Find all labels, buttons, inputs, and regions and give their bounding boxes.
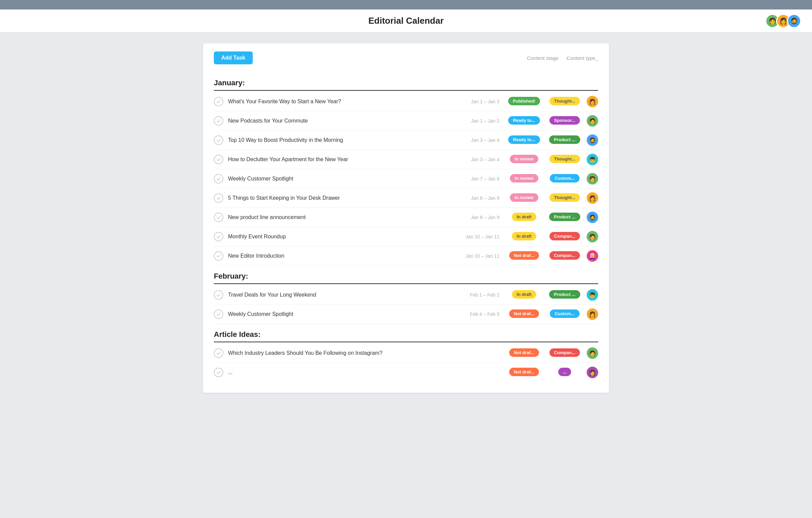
- content-stage-filter[interactable]: Content stage: [527, 55, 558, 61]
- task-type[interactable]: ...: [546, 368, 583, 377]
- type-badge: Custom...: [550, 174, 579, 182]
- task-status[interactable]: In review: [505, 193, 543, 203]
- task-title: Monthly Event Roundup: [228, 234, 455, 240]
- task-checkbox[interactable]: [214, 174, 223, 184]
- task-checkbox[interactable]: [214, 348, 223, 358]
- avatar[interactable]: 👩: [587, 308, 598, 320]
- table-row[interactable]: Travel Deals for Your Long WeekendFeb 1 …: [214, 285, 598, 305]
- table-row[interactable]: Which Industry Leaders Should You Be Fol…: [214, 344, 598, 363]
- task-dates: Jan 3 – Jan 4: [455, 137, 499, 143]
- type-badge: Compan...: [549, 232, 580, 240]
- task-status[interactable]: In draft: [505, 290, 543, 300]
- table-row[interactable]: Monthly Event RoundupJan 10 – Jan 11In d…: [214, 227, 598, 246]
- task-checkbox[interactable]: [214, 116, 223, 126]
- status-badge: Not draf...: [509, 348, 539, 357]
- type-badge: Product ...: [549, 135, 580, 144]
- task-title: Weekly Customer Spotlight: [228, 176, 455, 182]
- avatar[interactable]: 👦: [587, 154, 598, 165]
- top-bar: [0, 0, 812, 9]
- status-badge: In review: [510, 155, 538, 163]
- avatar[interactable]: 👩: [587, 192, 598, 204]
- avatar[interactable]: 👩: [587, 96, 598, 107]
- task-title: What's Your Favorite Way to Start a New …: [228, 99, 455, 105]
- task-type[interactable]: Product ...: [546, 290, 583, 300]
- table-row[interactable]: Weekly Customer SpotlightJan 7 – Jan 8In…: [214, 169, 598, 189]
- avatar-3[interactable]: 🧔: [787, 14, 801, 28]
- table-row[interactable]: ...Not draf......👩: [214, 363, 598, 382]
- task-checkbox[interactable]: [214, 290, 223, 300]
- section-header-february: February:: [214, 266, 598, 283]
- task-checkbox[interactable]: [214, 251, 223, 261]
- task-type[interactable]: Thought...: [546, 97, 583, 107]
- task-status[interactable]: In draft: [505, 213, 543, 222]
- table-row[interactable]: New Podcasts for Your CommuteJan 1 – Jan…: [214, 111, 598, 131]
- section-divider-article-ideas: [214, 342, 598, 342]
- task-checkbox[interactable]: [214, 368, 223, 377]
- section-header-january: January:: [214, 72, 598, 90]
- avatar[interactable]: 🧑: [587, 173, 598, 185]
- table-row[interactable]: 5 Things to Start Keeping in Your Desk D…: [214, 189, 598, 208]
- task-status[interactable]: Published!: [505, 97, 543, 107]
- task-type[interactable]: Custom...: [546, 174, 583, 184]
- task-type[interactable]: Compan...: [546, 232, 583, 242]
- avatar[interactable]: 🧔: [587, 212, 598, 223]
- task-type[interactable]: Sponsor...: [546, 116, 583, 126]
- section-divider-february: [214, 283, 598, 284]
- task-status[interactable]: In review: [505, 174, 543, 184]
- task-status[interactable]: Not draf...: [505, 348, 543, 358]
- task-dates: Jan 10 – Jan 11: [455, 234, 499, 239]
- table-row[interactable]: Weekly Customer SpotlightFeb 4 – Feb 5No…: [214, 305, 598, 324]
- task-status[interactable]: In review: [505, 155, 543, 165]
- task-checkbox[interactable]: [214, 309, 223, 319]
- main-content: Add Task Content stage Content type_ Jan…: [203, 43, 609, 393]
- avatar[interactable]: 👦: [587, 289, 598, 301]
- task-type[interactable]: Compan...: [546, 251, 583, 261]
- task-status[interactable]: Ready to...: [505, 116, 543, 126]
- status-badge: Not draf...: [509, 309, 539, 318]
- table-row[interactable]: New product line announcementJan 8 – Jan…: [214, 208, 598, 227]
- sections-container: January:What's Your Favorite Way to Star…: [214, 72, 598, 382]
- avatar[interactable]: 🧑: [587, 347, 598, 359]
- task-title: How to Declutter Your Apartment for the …: [228, 156, 455, 163]
- avatar[interactable]: 🧔: [587, 134, 598, 146]
- add-task-button[interactable]: Add Task: [214, 51, 253, 64]
- task-checkbox[interactable]: [214, 213, 223, 222]
- section-header-article-ideas: Article Ideas:: [214, 324, 598, 342]
- task-title: New Editor Introduction: [228, 253, 455, 259]
- task-status[interactable]: In draft: [505, 232, 543, 242]
- task-type[interactable]: Custom...: [546, 309, 583, 319]
- content-type-filter[interactable]: Content type_: [567, 55, 598, 61]
- task-checkbox[interactable]: [214, 232, 223, 241]
- toolbar-filters: Content stage Content type_: [527, 55, 598, 61]
- avatar[interactable]: 🧑: [587, 231, 598, 242]
- task-dates: Jan 8 – Jan 9: [455, 195, 499, 201]
- table-row[interactable]: What's Your Favorite Way to Start a New …: [214, 92, 598, 111]
- task-checkbox[interactable]: [214, 193, 223, 203]
- task-status[interactable]: Ready to...: [505, 135, 543, 145]
- status-badge: Published!: [508, 97, 540, 105]
- task-status[interactable]: Not draf...: [505, 368, 543, 377]
- task-type[interactable]: Compan...: [546, 348, 583, 358]
- table-row[interactable]: New Editor IntroductionJan 10 – Jan 11No…: [214, 246, 598, 266]
- task-title: ...: [228, 369, 455, 375]
- task-status[interactable]: Not draf...: [505, 251, 543, 261]
- task-dates: Feb 4 – Feb 5: [455, 311, 499, 317]
- avatar[interactable]: 👩: [587, 367, 598, 378]
- type-badge: Thought...: [549, 155, 580, 163]
- task-checkbox[interactable]: [214, 135, 223, 145]
- status-badge: In review: [510, 174, 538, 182]
- task-checkbox[interactable]: [214, 155, 223, 164]
- avatar[interactable]: 👩‍🦳: [587, 250, 598, 262]
- task-type[interactable]: Thought...: [546, 155, 583, 165]
- status-badge: Not draf...: [509, 251, 539, 260]
- table-row[interactable]: Top 10 Way to Boost Productivity in the …: [214, 131, 598, 150]
- task-checkbox[interactable]: [214, 97, 223, 106]
- status-badge: Not draf...: [509, 368, 539, 376]
- avatar[interactable]: 🧑: [587, 115, 598, 127]
- table-row[interactable]: How to Declutter Your Apartment for the …: [214, 150, 598, 169]
- task-type[interactable]: Product ...: [546, 213, 583, 222]
- task-type[interactable]: Product ...: [546, 135, 583, 145]
- task-dates: Jan 10 – Jan 11: [455, 253, 499, 259]
- task-status[interactable]: Not draf...: [505, 309, 543, 319]
- task-type[interactable]: Thought...: [546, 193, 583, 203]
